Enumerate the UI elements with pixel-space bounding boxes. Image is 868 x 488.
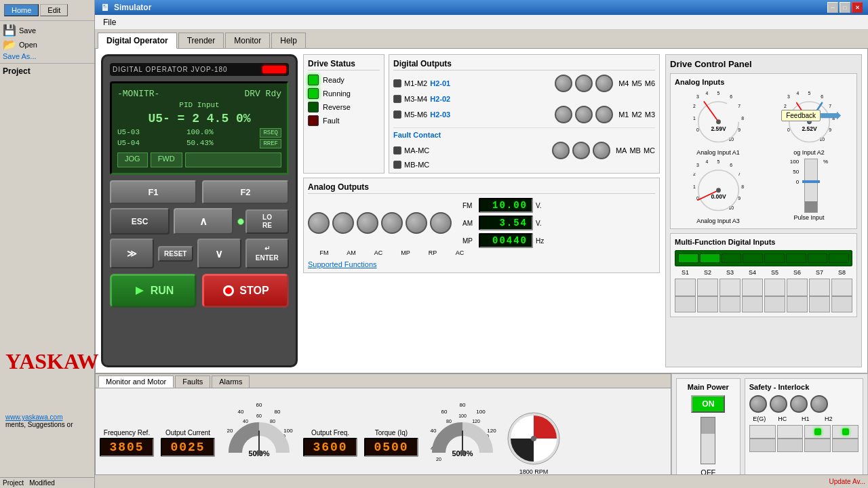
tab-help[interactable]: Help: [271, 33, 306, 48]
sidebar-tab-home[interactable]: Home: [4, 4, 39, 16]
svg-text:80: 80: [460, 402, 466, 408]
safety-label-hc: HC: [772, 415, 793, 422]
ao-knob-rp[interactable]: [406, 212, 427, 234]
safety-switch-hc[interactable]: [777, 425, 804, 452]
relay-m2: [575, 106, 593, 123]
safety-knob-eg[interactable]: [749, 395, 767, 413]
svg-text:9: 9: [738, 127, 741, 132]
update-status[interactable]: Update Av...: [829, 478, 865, 485]
safety-knob-h1[interactable]: [790, 395, 808, 413]
tab-digital-operator[interactable]: Digital Operator: [98, 33, 177, 49]
mfdi-label-s4: S4: [742, 269, 763, 276]
svg-text:3: 3: [787, 94, 790, 99]
safety-knob-hc[interactable]: [770, 395, 787, 413]
left-button[interactable]: ≫: [110, 239, 154, 268]
ao-knob-fm[interactable]: [308, 212, 330, 234]
ao-knob-label-mp: MP: [393, 249, 418, 256]
save-button[interactable]: 💾 Save: [3, 24, 92, 37]
project-status: Project: [3, 479, 24, 487]
analog-outputs-panel: Analog Outputs: [303, 178, 660, 273]
lcd-btn-rref[interactable]: RREF: [260, 139, 281, 148]
lcd-dir-fwd[interactable]: FWD: [151, 152, 182, 167]
ao-knob-ac[interactable]: [357, 212, 378, 234]
mfdi-switch-s7[interactable]: [809, 279, 830, 312]
tab-trender[interactable]: Trender: [178, 33, 224, 48]
pulse-input-slider[interactable]: [802, 180, 820, 183]
up-button[interactable]: ∧: [174, 208, 233, 235]
relay-mb: [572, 142, 590, 159]
do-link-h2-01[interactable]: H2-01: [430, 79, 450, 87]
svg-text:120: 120: [487, 428, 496, 434]
f2-button[interactable]: F2: [202, 180, 289, 204]
mfdi-switch-s6[interactable]: [787, 279, 808, 312]
mfdi-panel: Multi-Function Digital Inputs: [670, 233, 857, 317]
save-as-button[interactable]: Save As...: [3, 52, 92, 60]
svg-text:120: 120: [472, 419, 480, 424]
maximize-button[interactable]: □: [840, 2, 850, 13]
on-button[interactable]: ON: [691, 395, 725, 413]
tab-monitor[interactable]: Monitor: [225, 33, 270, 48]
ao-knob-ac2[interactable]: [430, 212, 452, 234]
supported-functions-link[interactable]: Supported Functions: [308, 260, 377, 268]
esc-button[interactable]: ESC: [110, 208, 170, 235]
relay-mc: [593, 142, 610, 159]
do-led-mbmc: [393, 161, 401, 169]
lo-re-button[interactable]: LORE: [245, 209, 289, 234]
analog-input-a3-label: Analog Input A3: [675, 218, 762, 224]
f1-button[interactable]: F1: [110, 180, 197, 204]
mfdi-switch-s2[interactable]: [697, 279, 718, 312]
do-title: Digital Outputs: [393, 59, 655, 70]
output-freq-label: Output Freq.: [303, 429, 357, 436]
mfdi-switch-s5[interactable]: [764, 279, 785, 312]
down-button[interactable]: ∨: [197, 239, 241, 268]
mfdi-label-s8: S8: [831, 269, 852, 276]
svg-text:4: 4: [705, 91, 708, 96]
rpm-label: 1800 RPM: [507, 468, 561, 475]
svg-text:5: 5: [808, 91, 810, 96]
main-power-title: Main Power: [681, 383, 736, 391]
drive-status-title: Drive Status: [308, 59, 380, 70]
stop-button[interactable]: STOP: [202, 274, 289, 308]
reset-button[interactable]: RESET: [158, 246, 194, 262]
do-label-m3m4: M3-M4: [404, 95, 427, 103]
open-button[interactable]: 📂 Open: [3, 38, 92, 51]
safety-label-h1: H1: [795, 415, 816, 422]
gauge-a3: 5 6 7 8 9 10 4 3 2 1 0: [690, 159, 747, 216]
yaskawa-url[interactable]: www.yaskawa.com: [5, 413, 89, 421]
minimize-button[interactable]: ─: [827, 2, 838, 13]
drive-control-panel: Drive Control Panel Analog Inputs 5 6: [665, 54, 862, 367]
mfdi-switch-s8[interactable]: [831, 279, 852, 312]
mfdi-switch-s3[interactable]: [719, 279, 741, 312]
do-link-h2-03[interactable]: H2-03: [430, 110, 450, 119]
ao-knob-am[interactable]: [332, 212, 354, 234]
svg-text:60: 60: [256, 402, 262, 408]
mfdi-label-s7: S7: [809, 269, 830, 276]
ao-knob-mp[interactable]: [381, 212, 403, 234]
lcd-line1-left: -MONITR-: [117, 89, 159, 99]
monitor-tab-faults[interactable]: Faults: [175, 375, 210, 388]
reverse-led: [308, 102, 319, 113]
drive-control-title: Drive Control Panel: [670, 59, 857, 69]
relay-m5: [575, 75, 593, 92]
safety-switch-h1[interactable]: [804, 425, 831, 452]
run-button[interactable]: RUN: [110, 274, 197, 308]
svg-point-16: [716, 119, 721, 124]
lcd-btn-rseq[interactable]: RSEQ: [260, 128, 281, 138]
do-link-h2-02[interactable]: H2-02: [430, 95, 450, 103]
mfdi-led-s1: [678, 253, 698, 263]
safety-knob-h2[interactable]: [810, 395, 828, 413]
safety-switch-eg[interactable]: [749, 425, 776, 452]
monitor-tab-motor[interactable]: Monitor and Motor: [98, 375, 174, 388]
svg-text:4: 4: [705, 159, 708, 164]
safety-switch-h2[interactable]: [832, 425, 859, 452]
mfdi-switch-s1[interactable]: [675, 279, 696, 312]
enter-button[interactable]: ↵ENTER: [245, 239, 290, 268]
lcd-mode-jog[interactable]: JOG: [117, 152, 148, 167]
close-button[interactable]: ✕: [852, 2, 863, 13]
monitor-tab-alarms[interactable]: Alarms: [212, 375, 250, 388]
sidebar-tab-edit[interactable]: Edit: [40, 4, 68, 16]
mfdi-switch-s4[interactable]: [742, 279, 763, 312]
svg-point-61: [256, 450, 262, 455]
menu-file[interactable]: File: [98, 16, 121, 28]
mfdi-led-s7: [808, 253, 828, 263]
